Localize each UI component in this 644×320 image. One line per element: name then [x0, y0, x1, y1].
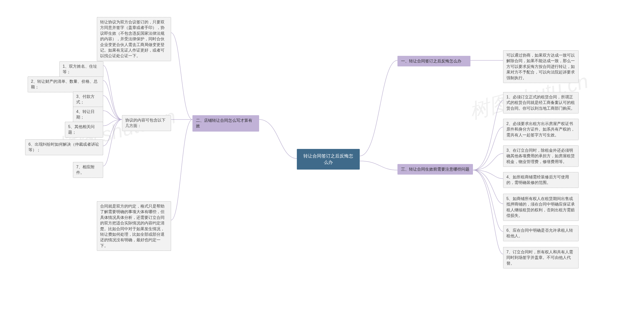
section2-aspects-title: 协议的内容可包含以下几方面： [122, 115, 171, 131]
section2-bottom: 合同就是双方的约定，格式只是帮助了解需要明确的事项大体有哪些，但具体情况具体分析… [97, 201, 171, 251]
section3-item7: 7、订立合同时，所有权人和共有人需同时到场签字并盖章。不可由他人代替。 [503, 247, 579, 268]
section1-title: 一、转让合同签订之后反悔怎么办 [397, 56, 470, 66]
aspects-item2: 2、转让财产的清单、数量、价格、总额； [28, 76, 103, 92]
aspects-item5: 5、其他相关问题； [65, 122, 103, 138]
section1-item1: 可以通过协商，如果双方达成一致可以解除合同，如果不能达成一致，那么一方可以要求反… [503, 50, 579, 83]
aspects-item4: 4、转让日期； [73, 107, 103, 123]
section3-item6: 6、应在合同中明确是否允许承租人转租他人。 [503, 225, 579, 241]
section3-item4: 4、如所租商铺需经装修后方可使用的，需明确装修的范围。 [503, 172, 579, 188]
aspects-item6: 6、出现纠纷时如何解决（仲裁或者诉讼等）； [25, 139, 103, 155]
section3-item2: 2、必须要求出租方出示房屋产权证书原件和身分方证件。如系共有产权的，需共有人一起… [503, 119, 579, 140]
section3-item5: 5、如商铺所有权人在租赁期间出售或抵押商铺的，须在合同中明确应保证承租人继续租赁… [503, 194, 579, 221]
section3-item1: 1、必须订立正式的租赁合同，所谓正式的租赁合同就是经工商备案认可的租赁合同。你可… [503, 92, 579, 113]
section3-item3: 3、在订立合同时，除租金外还必须明确其他各项费用的承担方，如房屋租赁税金，物业管… [503, 145, 579, 167]
aspects-item7: 7、相应附件。 [73, 162, 103, 178]
aspects-item3: 3、付款方式； [73, 92, 103, 107]
section2-top: 转让协议为双方合议签订的，只要双方同意并签字（盖章或者手印），协议即生效（不包含… [97, 17, 171, 61]
section2-title: 二、店铺转让合同怎么写才算有效 [192, 115, 259, 132]
root-node: 转让合同签订之后反悔怎么办 [297, 149, 360, 170]
section3-title: 三、转让合同生效前需要注意哪些问题 [397, 164, 473, 175]
aspects-item1: 1、双方姓名、住址等； [59, 61, 103, 77]
